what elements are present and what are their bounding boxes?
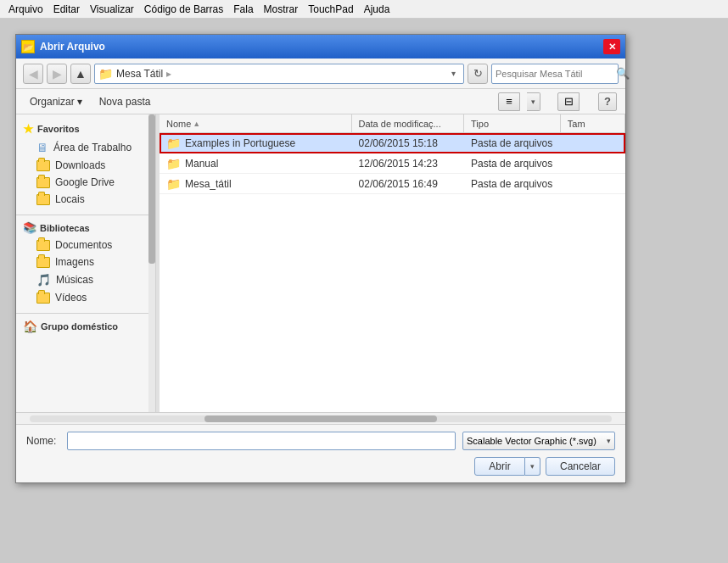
col-header-data[interactable]: Data de modificaç... [352, 114, 465, 132]
menu-arquivo[interactable]: Arquivo [3, 2, 48, 17]
file-cell-examples-nome: 📁 Examples in Portuguese [160, 135, 352, 152]
file-row-examples[interactable]: 📁 Examples in Portuguese 02/06/2015 15:1… [160, 133, 625, 153]
sidebar-item-documentos[interactable]: Documentos [16, 237, 155, 254]
file-list: Nome ▲ Data de modificaç... Tipo Tam [160, 114, 625, 412]
locais-icon [36, 194, 50, 205]
dialog-title: Abrir Arquivo [40, 41, 105, 53]
musicas-icon: 🎵 [36, 273, 51, 287]
sidebar-separator [16, 215, 155, 215]
file-row-mesa-tatil[interactable]: 📁 Mesa_tátil 02/06/2015 16:49 Pasta de a… [160, 174, 625, 194]
sidebar-item-locais[interactable]: Locais [16, 191, 155, 208]
sidebar: ★ Favoritos 🖥 Área de Trabalho Downloads… [16, 114, 156, 412]
sidebar-item-downloads[interactable]: Downloads [16, 157, 155, 174]
col-header-tamanho[interactable]: Tam [561, 114, 625, 132]
address-path: Mesa Tátil ▸ [116, 68, 443, 80]
menu-codigo-barras[interactable]: Código de Barras [139, 2, 228, 17]
videos-icon [36, 293, 50, 304]
mesa-folder-icon: 📁 [166, 177, 181, 191]
file-cell-manual-tam [561, 162, 625, 165]
sidebar-section-bibliotecas: 📚 Bibliotecas Documentos Imagens 🎵 Músic… [16, 219, 155, 306]
hscrollbar-thumb [204, 415, 437, 422]
address-toolbar: ◀ ▶ ▲ 📁 Mesa Tátil ▸ ▾ ↻ 🔍 [16, 59, 625, 89]
organize-button[interactable]: Organizar ▾ [25, 94, 87, 109]
footer-row1: Nome: Scalable Vector Graphic (*.svg) ▾ [26, 432, 615, 450]
sidebar-item-area-trabalho[interactable]: 🖥 Área de Trabalho [16, 138, 155, 157]
menu-ajuda[interactable]: Ajuda [359, 2, 395, 17]
view-mode-dropdown[interactable]: ▾ [527, 92, 540, 111]
sidebar-section-favoritos: ★ Favoritos 🖥 Área de Trabalho Downloads… [16, 120, 155, 208]
filetype-label: Scalable Vector Graphic (*.svg) [467, 436, 596, 446]
file-cell-mesa-tipo: Pasta de arquivos [464, 176, 561, 192]
sidebar-header-bibliotecas[interactable]: 📚 Bibliotecas [16, 219, 155, 237]
second-toolbar: Organizar ▾ Nova pasta ≡ ▾ ⊟ ? [16, 89, 625, 114]
sidebar-separator2 [16, 313, 155, 314]
imagens-icon [36, 257, 50, 268]
sidebar-item-musicas[interactable]: 🎵 Músicas [16, 270, 155, 289]
downloads-label: Downloads [55, 159, 105, 171]
close-button[interactable]: ✕ [603, 39, 620, 54]
address-folder-icon: 📁 [98, 67, 113, 81]
view-mode-button[interactable]: ≡ [498, 92, 520, 111]
details-view-button[interactable]: ⊟ [557, 92, 580, 111]
menu-touchpad[interactable]: TouchPad [303, 2, 358, 17]
documentos-label: Documentos [55, 239, 112, 251]
file-cell-examples-tam [561, 142, 625, 145]
bibliotecas-label: Bibliotecas [40, 223, 90, 233]
organize-label: Organizar [30, 96, 75, 108]
file-row-manual[interactable]: 📁 Manual 12/06/2015 14:23 Pasta de arqui… [160, 153, 625, 174]
path-part-1[interactable]: Mesa Tátil [116, 68, 163, 80]
menubar: Arquivo Editar Visualizar Código de Barr… [0, 0, 728, 19]
sidebar-header-favoritos[interactable]: ★ Favoritos [16, 120, 155, 138]
open-button[interactable]: Abrir [474, 457, 525, 476]
sidebar-item-videos[interactable]: Vídeos [16, 289, 155, 306]
refresh-button[interactable]: ↻ [468, 64, 488, 84]
dialog-titlebar: 📂 Abrir Arquivo ✕ [16, 35, 625, 59]
file-cell-examples-data: 02/06/2015 15:18 [352, 136, 465, 151]
address-bar: 📁 Mesa Tátil ▸ ▾ [94, 64, 464, 84]
open-file-dialog: 📂 Abrir Arquivo ✕ ◀ ▶ ▲ 📁 Mesa Tátil ▸ ▾… [15, 34, 626, 483]
dialog-footer: Nome: Scalable Vector Graphic (*.svg) ▾ … [16, 424, 625, 482]
sidebar-scrollbar[interactable] [148, 114, 155, 412]
address-dropdown-arrow[interactable]: ▾ [446, 64, 460, 83]
dialog-icon: 📂 [21, 40, 35, 53]
open-dropdown-button[interactable]: ▾ [525, 457, 540, 476]
sidebar-item-google-drive[interactable]: Google Drive [16, 174, 155, 191]
back-button[interactable]: ◀ [23, 64, 43, 84]
sidebar-item-imagens[interactable]: Imagens [16, 254, 155, 270]
desktop-folder-icon: 🖥 [36, 141, 48, 154]
downloads-folder-icon [36, 160, 50, 171]
help-button[interactable]: ? [598, 92, 617, 111]
up-button[interactable]: ▲ [70, 64, 91, 84]
file-cell-manual-nome: 📁 Manual [160, 155, 352, 172]
lib-icon: 📚 [23, 221, 36, 234]
grupo-label: Grupo doméstico [41, 321, 118, 332]
menu-fala[interactable]: Fala [228, 2, 258, 17]
sidebar-header-grupo[interactable]: 🏠 Grupo doméstico [16, 317, 155, 336]
sidebar-section-grupo: 🏠 Grupo doméstico [16, 317, 155, 336]
col-header-tipo[interactable]: Tipo [464, 114, 561, 132]
hscrollbar[interactable] [16, 412, 625, 424]
nova-pasta-button[interactable]: Nova pasta [94, 94, 156, 109]
cancel-button[interactable]: Cancelar [546, 457, 615, 476]
sort-arrow: ▲ [193, 120, 200, 128]
main-content: ★ Favoritos 🖥 Área de Trabalho Downloads… [16, 114, 625, 412]
file-list-header: Nome ▲ Data de modificaç... Tipo Tam [160, 114, 625, 133]
forward-button[interactable]: ▶ [47, 64, 67, 84]
videos-label: Vídeos [55, 292, 87, 304]
file-cell-examples-tipo: Pasta de arquivos [464, 136, 561, 151]
nova-pasta-label: Nova pasta [99, 96, 151, 108]
col-header-nome[interactable]: Nome ▲ [160, 114, 352, 132]
organize-arrow: ▾ [77, 96, 82, 108]
nome-input[interactable] [67, 432, 456, 450]
sidebar-scroll-thumb [148, 114, 155, 264]
menu-mostrar[interactable]: Mostrar [259, 2, 304, 17]
search-input[interactable] [496, 69, 613, 79]
search-icon[interactable]: 🔍 [616, 67, 630, 80]
documentos-icon [36, 240, 50, 251]
open-button-group: Abrir ▾ [474, 457, 540, 476]
imagens-label: Imagens [55, 256, 94, 268]
filetype-dropdown[interactable]: Scalable Vector Graphic (*.svg) ▾ [462, 432, 615, 450]
menu-visualizar[interactable]: Visualizar [85, 2, 139, 17]
nome-label: Nome: [26, 435, 60, 447]
menu-editar[interactable]: Editar [48, 2, 85, 17]
